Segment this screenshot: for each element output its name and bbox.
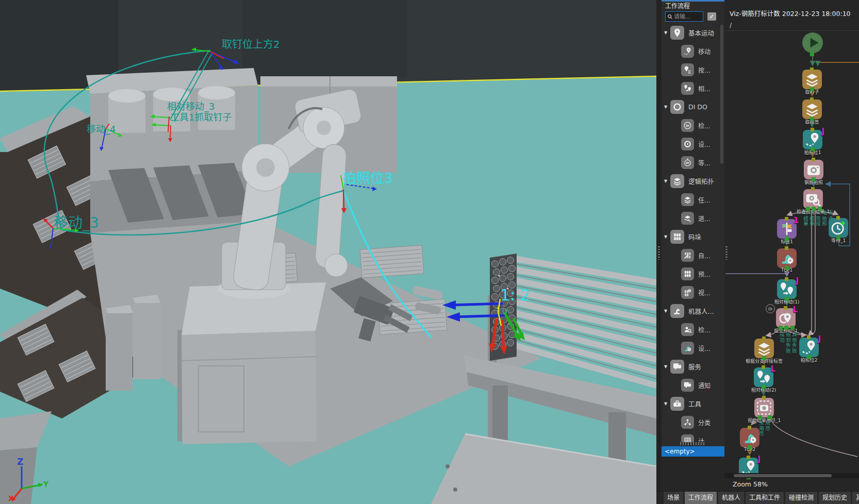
pallet-cam-icon (681, 286, 694, 299)
workflow-node-相对移动(1)[interactable]: J相对移动(1) (777, 279, 797, 299)
scrollbar-handle[interactable] (734, 474, 832, 477)
tree-item-label: 计... (698, 436, 710, 443)
tree-item-通知[interactable]: 1通知 (662, 376, 724, 394)
search-input[interactable] (673, 13, 701, 21)
tree-splitter-grip[interactable] (680, 442, 706, 445)
tree-item-计[interactable]: 1234计... (662, 431, 724, 442)
input-port (807, 335, 811, 339)
workflow-node-根据分支焊接标签[interactable]: 根据分支焊接标签 (754, 339, 774, 358)
tree-item-预[interactable]: 预... (662, 264, 724, 283)
tree-item-工具[interactable]: ▼工具 (662, 394, 724, 413)
waypoint-label-move4[interactable]: 移动_4 (87, 124, 115, 135)
graph-hscrollbar[interactable] (724, 473, 859, 478)
workflow-node-TCP2[interactable]: TCP2 (740, 428, 759, 447)
workflow-node-相对移动(2)[interactable]: L相对移动(2) (754, 367, 773, 387)
pin-path-icon (683, 47, 692, 56)
camera-dashed-icon (756, 399, 772, 416)
tree-item-label: 预... (698, 270, 710, 278)
tree-item-分类[interactable]: 分类 (662, 413, 724, 431)
pin-pair-icon (779, 281, 795, 297)
workflow-graph-panel[interactable]: 取钉子取标签J拍照位1钢筋拍照检查视觉结果_11标签1等待_1TCP1J相对移动… (724, 0, 859, 491)
bottom-tab-其他[interactable]: 其他 (852, 492, 859, 504)
tree-item-设[interactable]: 设... (662, 135, 724, 153)
panel-title: 工作流程 (662, 2, 724, 11)
bottom-tab-工作流程[interactable]: 工作流程 (685, 492, 717, 504)
output-port (812, 177, 816, 181)
tree-item-label: 移动 (698, 47, 711, 56)
tree-item-相[interactable]: 相... (662, 79, 724, 97)
tree-item-设[interactable]: 设... (662, 339, 724, 357)
tree-item-DIDO[interactable]: ▼DI DO (662, 97, 724, 116)
output-port (748, 445, 752, 449)
pin-pair-icon (683, 84, 692, 93)
tree-item-按[interactable]: 按... (662, 60, 724, 79)
expander-arrow-icon[interactable]: ▼ (664, 234, 667, 239)
waypoint-label-photo3[interactable]: 拍照位3 (342, 170, 393, 186)
tree-item-码垛[interactable]: ▼码垛 (662, 227, 724, 246)
tree-item-退[interactable]: 退... (662, 209, 724, 227)
viewport-panel-splitter[interactable] (656, 0, 662, 491)
graph-splitter-grip[interactable] (725, 246, 728, 260)
node-badge: J (796, 276, 799, 285)
layers-icon (804, 71, 820, 88)
waypoint-label-tool-grab[interactable]: 工具1抓取钉子 (170, 112, 232, 123)
waypoint-label-pick-above[interactable]: 取钉位上方2 (222, 38, 280, 51)
di-check-icon: DI (683, 121, 692, 130)
node-badge: J (757, 455, 761, 464)
3d-viewport[interactable]: 取钉位上方2 相对移动_3 工具1抓取钉子 移动_4 拍照位3 移动_3 1: … (0, 0, 656, 504)
expander-arrow-icon[interactable]: ▼ (664, 105, 667, 109)
tree-item-服务[interactable]: ▼1服务 (662, 357, 724, 376)
workflow-node-start[interactable] (802, 32, 823, 53)
tree-item-任[interactable]: 任... (662, 190, 724, 209)
output-port (806, 207, 810, 211)
search-box[interactable] (665, 11, 703, 22)
tree-item-检[interactable]: DI检... (662, 116, 724, 135)
tree-item-label: 服务 (688, 362, 701, 372)
bottom-tab-碰撞检测[interactable]: 碰撞检测 (785, 492, 817, 504)
robot-gear-icon (681, 342, 694, 355)
3d-scene: 取钉位上方2 相对移动_3 工具1抓取钉子 移动_4 拍照位3 移动_3 1: … (0, 0, 656, 504)
waypoint-label-move3[interactable]: 移动_3 (54, 214, 99, 231)
tree-item-检[interactable]: 检... (662, 320, 724, 339)
input-port (785, 277, 788, 281)
bottom-tab-工具和工件[interactable]: 工具和工件 (746, 492, 784, 504)
node-badge: 1 (794, 216, 799, 225)
expander-arrow-icon[interactable]: ▼ (664, 30, 667, 35)
splitter-grip[interactable] (658, 246, 660, 260)
bottom-tab-规划历史[interactable]: 规划历史 (819, 492, 851, 504)
workflow-node-钢筋拍照[interactable]: 钢筋拍照 (804, 160, 823, 179)
bottom-tab-机器人[interactable]: 机器人 (718, 492, 744, 504)
workflow-node-视觉移动_1[interactable]: LDI视觉移动_1 (776, 308, 796, 328)
tree-item-机器人[interactable]: ▼机器人... (662, 301, 724, 320)
tree-item-基本运动[interactable]: ▼基本运动 (662, 23, 724, 42)
expander-arrow-icon[interactable]: ▼ (664, 401, 667, 406)
expander-arrow-icon[interactable]: ▼ (664, 364, 667, 369)
pallet-icon (670, 230, 684, 244)
expander-arrow-icon[interactable]: ▼ (664, 309, 667, 313)
tree-item-等[interactable]: DI等... (662, 153, 724, 172)
empty-list-item[interactable]: <empty> (662, 446, 724, 457)
workflow-node-拍照位1[interactable]: J拍照位1 (803, 130, 822, 149)
tree-item-自[interactable]: 自... (662, 246, 724, 264)
workflow-node-TCP1[interactable]: TCP1 (777, 248, 797, 268)
circle-set-icon (683, 140, 692, 148)
workflow-node-取标签[interactable]: 取标签 (802, 99, 822, 119)
workflow-node-等待_1[interactable]: 等待_1 (829, 218, 848, 238)
workflow-node-检查视觉结果_1[interactable]: 检查视觉结果_1 (803, 189, 823, 209)
bottom-tab-场景[interactable]: 场景 (664, 492, 683, 504)
layers-icon (756, 340, 772, 357)
robot-gear-icon (741, 429, 758, 446)
workflow-node-取钉子[interactable]: 取钉子 (802, 70, 822, 89)
tree-scrollbar[interactable] (720, 25, 723, 164)
filter-checkbox[interactable]: ✓ (707, 12, 716, 21)
expander-arrow-icon[interactable]: ▼ (664, 179, 667, 183)
workflow-node-拍照位2[interactable]: J拍照位2 (799, 338, 819, 357)
layers-exit-icon (681, 212, 694, 225)
tree-item-视[interactable]: 视... (662, 283, 724, 301)
waypoint-label-relmove3[interactable]: 相对移动_3 (167, 101, 214, 112)
workflow-node-视觉结果用尽_1[interactable]: 视觉结果用尽_1 (754, 398, 774, 417)
tree-item-移动[interactable]: 移动 (662, 42, 724, 60)
clock-plus-icon (830, 220, 847, 236)
workflow-node-标签1[interactable]: 1标签1 (777, 219, 797, 239)
tree-item-逻辑拓扑[interactable]: ▼逻辑拓扑 (662, 172, 724, 190)
